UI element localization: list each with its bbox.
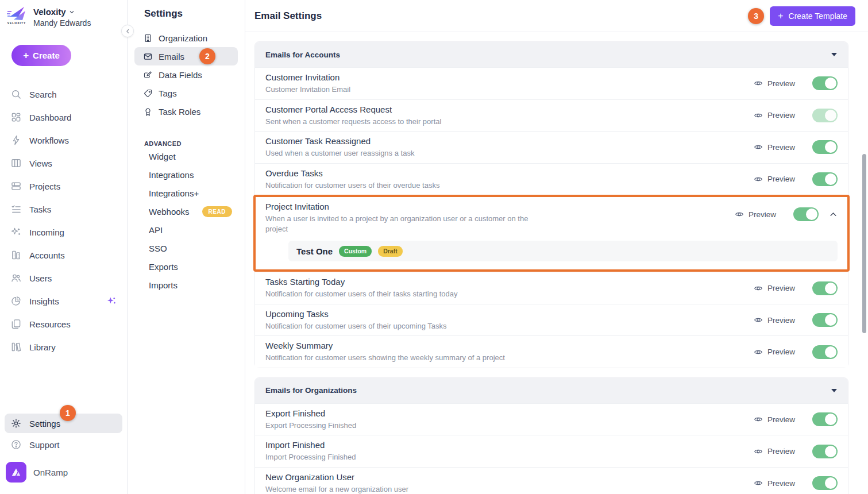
email-row[interactable]: Customer Portal Access Request Sent when… [255,99,848,132]
eye-icon [754,79,763,88]
onramp-footer[interactable]: OnRamp [0,456,127,491]
settings-item-organization[interactable]: Organization [134,29,238,47]
email-row[interactable]: Import Finished Import Processing Finish… [255,435,848,467]
eye-icon [754,315,763,325]
gear-icon [10,418,22,429]
sidebar-item-projects[interactable]: Projects [0,175,127,198]
preview-button[interactable]: Preview [754,478,795,488]
preview-button[interactable]: Preview [735,210,776,219]
preview-button[interactable]: Preview [754,447,795,456]
preview-label: Preview [767,175,795,183]
settings-item-tags[interactable]: Tags [134,84,238,102]
workspace-header[interactable]: VELOXITY Veloxity Mandy Edwards [0,0,127,28]
settings-item-emails[interactable]: Emails 2 [134,47,238,65]
email-row-project-invitation-highlighted[interactable]: Project Invitation When a user is invite… [253,195,850,272]
email-toggle[interactable] [812,172,838,186]
sidebar-item-label: Accounts [29,250,65,260]
settings-item-label: Tags [159,88,177,98]
data-fields-icon [143,70,153,80]
email-toggle[interactable] [812,109,838,122]
sidebar-item-support[interactable]: Support [0,433,127,456]
sidebar-item-insights[interactable]: Insights [0,290,127,312]
email-toggle[interactable] [793,207,819,221]
incoming-sparkle-icon [10,226,22,238]
template-row-test-one[interactable]: Test One Custom Draft [288,241,838,261]
email-toggle[interactable] [812,476,838,490]
email-toggle[interactable] [812,281,838,295]
workspace-user: Mandy Edwards [33,18,91,28]
main-header: Email Settings 3 + Create Template [245,0,868,32]
sidebar-item-resources[interactable]: Resources [0,312,127,335]
email-row[interactable]: New Organization User Welcome email for … [255,467,848,494]
eye-icon [754,478,763,488]
email-toggle[interactable] [812,313,838,327]
email-row[interactable]: Weekly Summary Notification for customer… [255,335,848,368]
sidebar-item-label: Workflows [29,136,69,145]
section-emails-for-organizations: Emails for Organizations Export Finished… [254,377,848,494]
chevron-down-icon[interactable] [68,9,75,16]
settings-item-widget[interactable]: Widget [128,147,245,165]
settings-item-integrations-plus[interactable]: Integrations+ [128,184,245,202]
advanced-section-label: ADVANCED [144,140,245,147]
settings-panel: Settings Organization Emails 2 Data Fiel… [128,0,245,494]
sidebar-item-users[interactable]: Users [0,267,127,290]
email-row[interactable]: Overdue Tasks Notification for customer … [255,163,848,195]
preview-button[interactable]: Preview [754,111,795,120]
email-row[interactable]: Export Finished Export Processing Finish… [255,403,848,435]
section-header[interactable]: Emails for Organizations [255,378,848,403]
section-header[interactable]: Emails for Accounts [255,42,848,67]
settings-item-sso[interactable]: SSO [128,239,245,257]
email-toggle[interactable] [812,412,838,426]
email-toggle[interactable] [812,76,838,90]
create-template-button[interactable]: + Create Template [770,6,855,26]
email-row[interactable]: Upcoming Tasks Notification for customer… [255,304,848,336]
email-description: Notification for customer users of their… [265,289,535,299]
sidebar-item-label: Incoming [29,227,64,237]
email-toggle[interactable] [812,345,838,359]
email-toggle[interactable] [812,140,838,154]
email-toggle[interactable] [812,445,838,458]
sidebar-item-tasks[interactable]: Tasks [0,198,127,221]
preview-button[interactable]: Preview [754,348,795,357]
preview-button[interactable]: Preview [754,315,795,325]
settings-item-label: Task Roles [159,107,200,117]
sidebar-item-incoming[interactable]: Incoming [0,221,127,244]
chevron-up-icon[interactable] [829,210,838,219]
email-title: Customer Portal Access Request [265,105,754,114]
settings-item-integrations[interactable]: Integrations [128,165,245,184]
settings-item-task-roles[interactable]: Task Roles [134,102,238,121]
preview-button[interactable]: Preview [754,284,795,293]
sidebar-item-library[interactable]: Library [0,335,127,358]
sidebar-item-search[interactable]: Search [0,83,127,106]
scrollbar-thumb[interactable] [862,154,866,333]
library-icon [10,341,22,353]
preview-button[interactable]: Preview [754,175,795,184]
settings-item-data-fields[interactable]: Data Fields [134,65,238,84]
views-icon [10,157,22,169]
create-button[interactable]: + Create [11,45,71,66]
preview-button[interactable]: Preview [754,142,795,152]
sidebar-item-workflows[interactable]: Workflows [0,129,127,152]
settings-item-webhooks[interactable]: Webhooks READ [128,202,245,221]
preview-button[interactable]: Preview [754,79,795,88]
onramp-label: OnRamp [33,468,68,477]
preview-button[interactable]: Preview [754,415,795,424]
settings-item-label: Integrations [149,170,194,180]
email-row[interactable]: Customer Invitation Customer Invitation … [255,67,848,99]
sidebar-item-accounts[interactable]: Accounts [0,244,127,267]
settings-panel-title: Settings [128,8,245,20]
settings-item-imports[interactable]: Imports [128,276,245,294]
collapse-panel-button[interactable] [121,25,134,37]
email-description: Used when a customer user reassigns a ta… [265,148,535,159]
sidebar-item-settings[interactable]: Settings 1 [5,414,122,433]
draft-badge: Draft [378,246,403,257]
settings-item-exports[interactable]: Exports [128,257,245,276]
sidebar-item-views[interactable]: Views [0,152,127,175]
users-icon [10,272,22,284]
sidebar-item-label: Search [29,90,57,99]
email-row[interactable]: Tasks Starting Today Notification for cu… [255,272,848,304]
email-row[interactable]: Customer Task Reassigned Used when a cus… [255,131,848,163]
main-nav: Search Dashboard Workflows Views Project… [0,83,127,358]
settings-item-api[interactable]: API [128,221,245,239]
sidebar-item-dashboard[interactable]: Dashboard [0,106,127,129]
